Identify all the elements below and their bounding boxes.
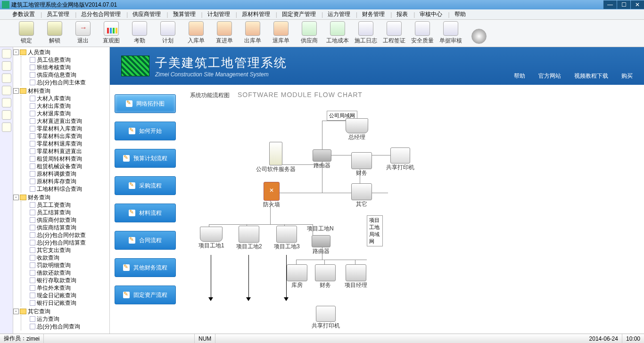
tree-item[interactable]: 零星材料退库查询 xyxy=(23,140,109,147)
rail-icon[interactable] xyxy=(2,98,11,107)
tree-item[interactable]: 班组考核查询 xyxy=(23,64,109,71)
tree-item[interactable]: 大材出库查询 xyxy=(23,102,109,110)
side-button[interactable]: 如何开始 xyxy=(115,122,176,140)
side-button[interactable]: 固定资产流程 xyxy=(115,286,176,304)
leaf-icon xyxy=(30,118,35,124)
banner-link[interactable]: 官方网站 xyxy=(538,72,561,80)
side-button[interactable]: 其他财务流程 xyxy=(115,258,176,277)
menu-item[interactable]: 供应商管理 xyxy=(130,9,164,19)
arrow-icon xyxy=(208,297,213,301)
menu-item[interactable]: 财务管理 xyxy=(359,9,388,19)
toolbar-button[interactable]: 退库单 xyxy=(269,21,293,46)
expand-icon[interactable]: - xyxy=(13,309,19,314)
toolbar-button[interactable]: 工程签证 xyxy=(382,21,406,46)
tree-item[interactable]: 总(分)包合同结算查 xyxy=(23,239,109,246)
toolbar-button[interactable]: 施工日志 xyxy=(354,21,378,46)
side-button[interactable]: 采购流程 xyxy=(115,176,176,195)
menu-item[interactable]: 计划管理 xyxy=(205,9,233,19)
toolbar-button[interactable] xyxy=(467,21,491,46)
tree-item[interactable]: 租赁机械设备查询 xyxy=(23,163,109,170)
tree-item[interactable]: 大材入库查询 xyxy=(23,95,109,102)
toolbar-button[interactable]: 入库单 xyxy=(184,21,208,46)
window-max-button[interactable]: ☐ xyxy=(617,0,630,9)
toolbar-button[interactable]: 直观图 xyxy=(99,21,124,46)
expand-icon[interactable]: - xyxy=(13,88,19,94)
toolbar-button[interactable]: 出库单 xyxy=(240,21,265,46)
expand-icon[interactable]: - xyxy=(13,195,19,200)
toolbar-button[interactable]: 直进单 xyxy=(212,21,237,46)
tree-group[interactable]: -人员查询 xyxy=(13,49,109,56)
tree-item[interactable]: 罚款明细查询 xyxy=(23,261,109,269)
tree-item[interactable]: 总(分)包合同主体查 xyxy=(23,79,109,86)
tree-item[interactable]: 大材退库查询 xyxy=(23,110,109,117)
tree-group[interactable]: -材料查询 xyxy=(13,87,109,95)
toolbar-button[interactable]: 退出 xyxy=(71,21,95,46)
window-close-button[interactable]: ✕ xyxy=(631,0,644,9)
menu-item[interactable]: 预算管理 xyxy=(170,9,198,19)
rail-icon[interactable] xyxy=(2,49,11,58)
rail-icon[interactable] xyxy=(2,86,11,95)
status-date: 2014-06-24 xyxy=(586,334,622,343)
menu-item[interactable]: 总分包合同管理 xyxy=(78,9,124,19)
tree-item[interactable]: 其它支出查询 xyxy=(23,246,109,254)
tree-item[interactable]: 供应商信息查询 xyxy=(23,71,109,79)
tree-item[interactable]: 借款还款查询 xyxy=(23,269,109,277)
menu-item[interactable]: 员工管理 xyxy=(44,9,72,19)
toolbar-button[interactable]: 工地成本 xyxy=(325,21,350,46)
toolbar-button[interactable]: 单据审核 xyxy=(438,21,463,46)
leaf-icon xyxy=(30,293,35,298)
banner-link[interactable]: 视频教程下载 xyxy=(574,72,608,80)
rail-icon[interactable] xyxy=(2,122,11,132)
side-button[interactable]: 预算计划流程 xyxy=(115,149,176,168)
toolbar-button[interactable]: 解锁 xyxy=(42,21,67,46)
banner-link[interactable]: 购买 xyxy=(621,72,633,80)
window-min-button[interactable]: — xyxy=(603,0,617,9)
tree-item[interactable]: 供应商付款查询 xyxy=(23,216,109,224)
tree-item[interactable]: 银行日记账查询 xyxy=(23,299,109,307)
tree-group[interactable]: -其它查询 xyxy=(13,308,109,315)
toolbar-button[interactable]: 供应商 xyxy=(297,21,322,46)
tree-item[interactable]: 员工信息查询 xyxy=(23,56,109,64)
tree-item[interactable]: 工地材料综合查询 xyxy=(23,185,109,193)
banner-link[interactable]: 帮助 xyxy=(514,72,525,80)
menu-item[interactable]: 审核中心 xyxy=(417,9,445,19)
toolbar-button[interactable]: 考勤 xyxy=(127,21,152,46)
chart-icon xyxy=(104,21,119,36)
toolbar-button[interactable]: 锁定 xyxy=(14,21,39,46)
tree-item[interactable]: 大材直进直出查询 xyxy=(23,117,109,125)
tree-item[interactable]: 原材料库存查询 xyxy=(23,178,109,185)
tree-item[interactable]: 原材料调拨查询 xyxy=(23,170,109,178)
tree-group[interactable]: -财务查询 xyxy=(13,194,109,201)
tree-item[interactable]: 员工结算查询 xyxy=(23,209,109,216)
menu-item[interactable]: 报表 xyxy=(394,9,411,19)
tree-item[interactable]: 现金日记账查询 xyxy=(23,292,109,299)
menu-item[interactable]: 帮助 xyxy=(452,9,469,19)
tree-item[interactable]: 单位外来查询 xyxy=(23,284,109,292)
rail-icon[interactable] xyxy=(2,74,11,83)
tree-item-label: 工地材料综合查询 xyxy=(37,185,82,193)
side-button[interactable]: 合同流程 xyxy=(115,231,176,250)
tree-item[interactable]: 银行存取款查询 xyxy=(23,277,109,284)
tree-item[interactable]: 员工工资查询 xyxy=(23,201,109,209)
tree-item[interactable]: 租赁周转材料查询 xyxy=(23,155,109,163)
tree-item[interactable]: 运力查询 xyxy=(23,315,109,323)
menu-item[interactable]: 固定资产管理 xyxy=(279,9,319,19)
tree-item[interactable]: 总(分)包合同查询 xyxy=(23,323,109,330)
side-button[interactable]: 材料流程 xyxy=(115,204,176,222)
tree-item[interactable]: 零星材料出库查询 xyxy=(23,132,109,140)
expand-icon[interactable]: - xyxy=(13,49,19,55)
tree-item[interactable]: 零星材料入库查询 xyxy=(23,125,109,132)
menu-item[interactable]: 原材料管理 xyxy=(239,9,273,19)
tree-item[interactable]: 零星材料直进直出 xyxy=(23,147,109,155)
menu-item[interactable]: 参数设置 xyxy=(9,9,38,19)
tree-item[interactable]: 收款查询 xyxy=(23,254,109,261)
rail-icon[interactable] xyxy=(2,61,11,71)
toolbar-button[interactable]: 安全质量 xyxy=(410,21,435,46)
tree-item[interactable]: 供应商结算查询 xyxy=(23,224,109,231)
side-button[interactable]: 网络拓扑图 xyxy=(115,94,176,113)
toolbar-label: 出库单 xyxy=(244,37,261,45)
menu-item[interactable]: 运力管理 xyxy=(325,9,353,19)
tree-item[interactable]: 总(分)包合同付款查 xyxy=(23,231,109,239)
toolbar-button[interactable]: 计划 xyxy=(156,21,180,46)
rail-icon[interactable] xyxy=(2,110,11,120)
